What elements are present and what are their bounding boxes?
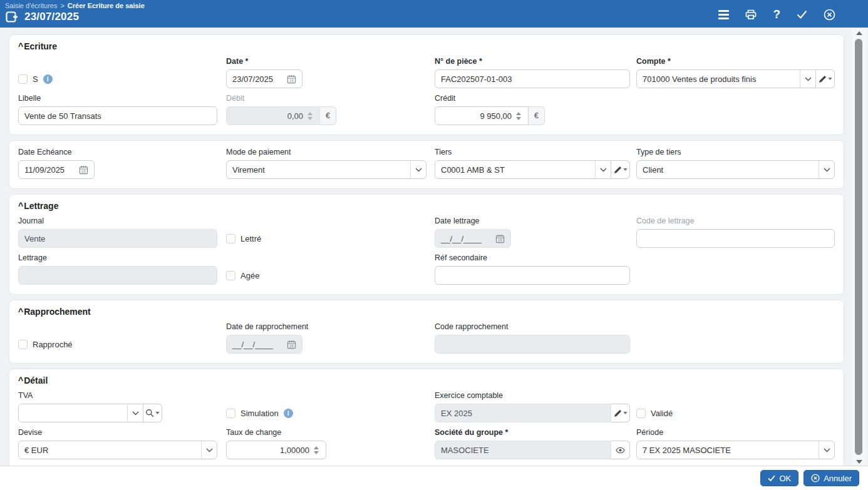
s-checkbox[interactable]: [18, 74, 28, 84]
debit-label: Débit: [226, 94, 435, 103]
exercice-edit-button[interactable]: [611, 404, 630, 422]
code-lettrage-label: Code de lettrage: [636, 217, 836, 226]
date-input[interactable]: 23/07/2025 15: [226, 69, 302, 88]
collapse-lettrage-icon[interactable]: [18, 201, 23, 211]
scroll-up-icon[interactable]: [852, 29, 867, 38]
exercice-label: Exercice comptable: [435, 391, 636, 401]
periode-select[interactable]: 7 EX 2025 MASOCIETE: [636, 441, 835, 459]
calendar-icon[interactable]: 15: [495, 234, 505, 243]
ref-secondaire-input[interactable]: [435, 266, 630, 285]
s-checkbox-label: S: [33, 74, 38, 84]
cancel-circle-icon: [811, 474, 820, 482]
scrollbar-thumb[interactable]: [855, 39, 862, 455]
caret-down-icon: [623, 168, 628, 171]
s-info-icon[interactable]: i: [43, 74, 53, 84]
debit-input: 0,00: [226, 106, 320, 125]
menu-icon[interactable]: [718, 10, 729, 19]
section-detail: Détail TVA Si: [9, 369, 844, 466]
print-icon[interactable]: [745, 9, 757, 20]
piece-input[interactable]: FAC202507-01-003: [435, 69, 630, 88]
chevron-down-icon[interactable]: [595, 161, 611, 178]
chevron-down-icon[interactable]: [819, 161, 834, 178]
collapse-ecriture-icon[interactable]: [18, 41, 23, 51]
piece-label: N° de pièce *: [435, 57, 636, 66]
currency-suffix: €: [320, 106, 336, 125]
date-echeance-input[interactable]: 11/09/2025 15: [18, 160, 95, 179]
form-area: Ecriture S i Date * 23/07/2025 15: [0, 28, 849, 466]
vertical-scrollbar[interactable]: [852, 29, 867, 465]
svg-text:15: 15: [289, 344, 294, 348]
pencil-icon: [614, 409, 622, 417]
rapproche-checkbox[interactable]: [18, 340, 28, 349]
tiers-edit-button[interactable]: [611, 160, 630, 179]
credit-label: Crédit: [435, 94, 636, 103]
tva-select[interactable]: [18, 404, 143, 422]
eye-icon: [616, 447, 625, 454]
create-entry-icon: [5, 10, 19, 24]
ok-button[interactable]: OK: [760, 470, 798, 486]
help-icon[interactable]: ?: [773, 8, 780, 21]
collapse-rapprochement-icon[interactable]: [18, 307, 23, 317]
date-label: Date *: [226, 57, 435, 66]
societe-view-button[interactable]: [611, 441, 630, 459]
tiers-select[interactable]: C0001 AMB & ST: [435, 160, 611, 179]
mode-paiement-label: Mode de paiement: [226, 148, 435, 157]
type-tiers-select[interactable]: Client: [636, 160, 835, 179]
annuler-button[interactable]: Annuler: [803, 470, 859, 486]
code-rapprochement-label: Code rapprochement: [435, 322, 636, 332]
chevron-down-icon[interactable]: [201, 441, 217, 459]
date-lettrage-label: Date lettrage: [435, 217, 636, 226]
caret-down-icon: [623, 412, 628, 414]
agee-checkbox[interactable]: [226, 271, 235, 280]
date-lettrage-input: __/__/____ 15: [435, 229, 511, 248]
compte-select[interactable]: 701000 Ventes de produits finis: [636, 69, 816, 88]
breadcrumb-root[interactable]: Saisie d'écritures: [5, 2, 57, 9]
libelle-input[interactable]: Vente de 50 Transats: [18, 106, 217, 125]
compte-edit-button[interactable]: [816, 69, 835, 88]
chevron-down-icon[interactable]: [410, 161, 426, 178]
footer-bar: OK Annuler: [0, 466, 868, 490]
ref-secondaire-label: Réf secondaire: [435, 253, 636, 263]
caret-down-icon: [155, 412, 160, 414]
code-rapprochement-input: [435, 335, 630, 354]
chevron-down-icon[interactable]: [800, 70, 815, 88]
exercice-input: EX 2025: [435, 404, 611, 422]
pencil-icon: [819, 75, 827, 83]
tva-search-button[interactable]: [143, 404, 162, 422]
calendar-icon[interactable]: 15: [79, 165, 88, 175]
simulation-info-icon[interactable]: i: [284, 409, 293, 418]
chevron-down-icon[interactable]: [127, 404, 143, 422]
calendar-icon[interactable]: 15: [287, 340, 296, 349]
section-ecriture-title: Ecriture: [24, 41, 57, 51]
journal-label: Journal: [18, 217, 226, 226]
breadcrumb: Saisie d'écritures > Créer Ecriture de s…: [5, 2, 145, 9]
section-rapprochement-title: Rapprochement: [24, 307, 91, 317]
currency-suffix: €: [529, 106, 545, 125]
collapse-detail-icon[interactable]: [18, 375, 23, 385]
libelle-label: Libelle: [18, 94, 226, 103]
section-ecriture: Ecriture S i Date * 23/07/2025 15: [9, 34, 844, 135]
close-icon[interactable]: [824, 9, 835, 21]
validate-icon[interactable]: [797, 10, 807, 19]
credit-input[interactable]: 9 950,00: [435, 106, 529, 125]
date-rapprochement-input: __/__/____ 15: [226, 335, 302, 354]
lettre-checkbox-label: Lettré: [240, 234, 261, 243]
date-rapprochement-label: Date de rapprochement: [226, 322, 435, 332]
scroll-down-icon[interactable]: [852, 457, 867, 466]
search-icon: [145, 409, 154, 417]
calendar-icon[interactable]: 15: [287, 74, 296, 84]
compte-label: Compte *: [636, 57, 836, 66]
page-title: 23/07/2025: [24, 11, 79, 23]
header-bar: Saisie d'écritures > Créer Ecriture de s…: [0, 0, 868, 28]
valide-checkbox[interactable]: [636, 409, 646, 418]
spinner-icon[interactable]: [312, 446, 320, 454]
code-lettrage-input[interactable]: [636, 229, 835, 248]
simulation-checkbox[interactable]: [226, 409, 235, 418]
spinner-icon[interactable]: [514, 112, 522, 120]
mode-paiement-select[interactable]: Virement: [226, 160, 426, 179]
chevron-down-icon[interactable]: [819, 441, 834, 459]
devise-select[interactable]: € EUR: [18, 441, 217, 459]
taux-input[interactable]: 1,00000: [226, 441, 326, 459]
type-tiers-label: Type de tiers: [636, 148, 836, 157]
lettre-checkbox[interactable]: [226, 234, 235, 243]
